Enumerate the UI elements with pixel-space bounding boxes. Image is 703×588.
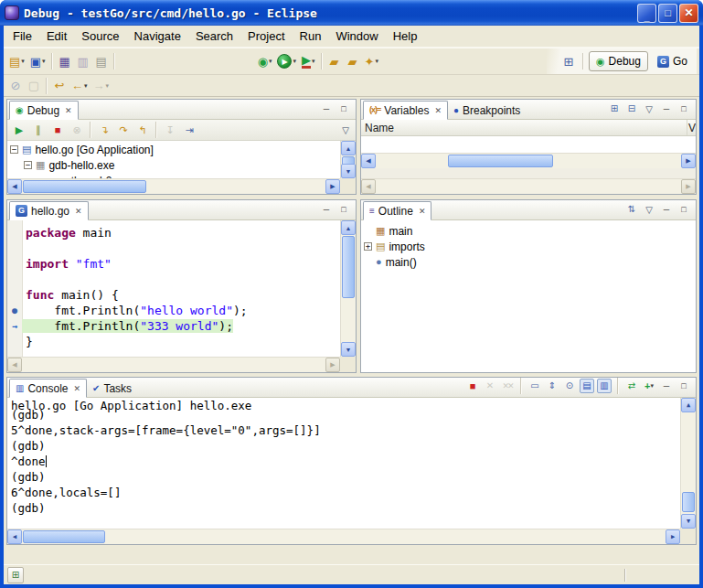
step-into-button[interactable]: ↴: [95, 120, 113, 140]
new-menu-button[interactable]: ▣▾: [27, 51, 48, 71]
step-filters-button[interactable]: ⇥: [180, 120, 198, 140]
search-button[interactable]: ✦▾: [362, 51, 381, 71]
scrollbar-thumb[interactable]: [448, 155, 553, 167]
resume-button[interactable]: ▶: [10, 120, 28, 140]
close-window-button[interactable]: ✕: [679, 4, 698, 23]
view-menu-button[interactable]: ▽: [642, 102, 656, 116]
scroll-right-icon[interactable]: ▶: [681, 154, 696, 168]
maximize-view-button[interactable]: □: [676, 102, 691, 116]
maximize-view-button[interactable]: □: [336, 102, 351, 116]
tab-outline[interactable]: ≡ Outline ✕: [363, 201, 431, 220]
tab-variables[interactable]: (x)= Variables ✕: [363, 101, 448, 120]
editor-horizontal-scrollbar[interactable]: ◀ ▶: [7, 357, 340, 372]
sort-button[interactable]: ⇅: [624, 202, 639, 217]
tree-item-main[interactable]: ●main(): [361, 254, 696, 270]
tree-item-hello-go-go-application[interactable]: −▤hello.go [Go Application]: [7, 142, 340, 157]
view-menu-button[interactable]: ▽: [338, 123, 353, 137]
close-tab-icon[interactable]: ✕: [73, 384, 80, 393]
tree-item-gdb-hello-exe[interactable]: −▦gdb-hello.exe: [7, 157, 340, 173]
save-button[interactable]: ▦: [56, 51, 74, 71]
scroll-lock-button[interactable]: ⇕: [545, 379, 559, 393]
console-horizontal-scrollbar[interactable]: ◀ ▶: [7, 529, 680, 544]
tab-hello-go[interactable]: G hello.go ✕: [9, 201, 89, 220]
menu-window[interactable]: Window: [328, 27, 385, 46]
instruction-pointer-icon[interactable]: →: [7, 322, 22, 331]
tree-item-imports[interactable]: +▤imports: [361, 239, 696, 254]
maximize-view-button[interactable]: □: [676, 379, 691, 393]
menu-source[interactable]: Source: [74, 27, 126, 46]
menu-search[interactable]: Search: [188, 27, 240, 46]
code-line[interactable]: package main: [7, 225, 340, 241]
close-tab-icon[interactable]: ✕: [419, 207, 426, 216]
minimize-view-button[interactable]: ─: [659, 379, 674, 393]
external-tools-button[interactable]: ▶▾: [299, 51, 318, 71]
display-selected-console-button[interactable]: ⇄: [624, 379, 639, 393]
menu-navigate[interactable]: Navigate: [127, 27, 188, 46]
console-body[interactable]: hello.go [Go Application] hello.exe (gdb…: [7, 398, 696, 544]
close-tab-icon[interactable]: ✕: [75, 207, 82, 216]
code-line[interactable]: func main() {: [7, 287, 340, 303]
detail-horizontal-scrollbar[interactable]: ◀ ▶: [361, 178, 696, 194]
scroll-right-icon[interactable]: ▶: [325, 179, 340, 194]
menu-project[interactable]: Project: [240, 27, 292, 46]
scroll-up-icon[interactable]: ▲: [341, 141, 356, 155]
scroll-down-icon[interactable]: ▼: [341, 342, 356, 357]
pin-console-button[interactable]: ⊙: [562, 379, 577, 393]
debug-vertical-scrollbar[interactable]: ▲ ▼: [340, 141, 356, 178]
scroll-left-icon[interactable]: ◀: [7, 529, 22, 544]
titlebar[interactable]: Debug - testGo/src/cmd/hello.go - Eclips…: [0, 0, 703, 26]
show-on-stdout-button[interactable]: ▤: [580, 379, 594, 393]
breakpoint-icon[interactable]: ●: [7, 306, 22, 315]
drop-to-frame-button[interactable]: ↧: [161, 120, 179, 140]
minimize-window-button[interactable]: _: [637, 4, 656, 23]
expander-icon[interactable]: +: [364, 242, 372, 251]
save-all-button[interactable]: ▥: [74, 51, 92, 71]
variables-horizontal-scrollbar[interactable]: ◀ ▶: [361, 153, 696, 168]
tree-item-main[interactable]: ▦main: [361, 223, 696, 239]
show-type-names-button[interactable]: ⊞: [607, 102, 622, 116]
open-perspective-button[interactable]: ⊞: [559, 51, 578, 71]
maximize-window-button[interactable]: □: [658, 4, 677, 23]
menu-file[interactable]: File: [5, 27, 39, 46]
terminate-button[interactable]: ■: [48, 120, 67, 140]
code-line[interactable]: ● fmt.Println("hello world");: [7, 303, 340, 318]
last-edit-location-button[interactable]: ↩: [50, 76, 69, 96]
run-button[interactable]: ▶▾: [274, 51, 299, 71]
minimize-view-button[interactable]: ─: [659, 202, 674, 217]
clear-console-button[interactable]: ▭: [527, 379, 542, 393]
code-line[interactable]: import "fmt": [7, 256, 340, 272]
open-artifact-button[interactable]: ▰: [344, 51, 362, 71]
scrollbar-thumb[interactable]: [682, 492, 695, 512]
scroll-left-icon[interactable]: ◀: [7, 179, 22, 194]
console-text[interactable]: hello.go [Go Application] hello.exe (gdb…: [7, 398, 680, 529]
back-button[interactable]: ←▾: [69, 76, 91, 96]
disconnect-button[interactable]: ⊗: [68, 120, 86, 140]
scroll-up-icon[interactable]: ▲: [341, 220, 356, 235]
terminate-console-button[interactable]: ■: [465, 379, 480, 393]
minimize-view-button[interactable]: ─: [659, 102, 674, 116]
scroll-down-icon[interactable]: ▼: [341, 164, 356, 178]
scrollbar-thumb[interactable]: [23, 530, 105, 543]
forward-button[interactable]: →▾: [91, 76, 112, 96]
maximize-view-button[interactable]: □: [336, 202, 351, 217]
code-line[interactable]: [7, 241, 340, 256]
perspective-debug[interactable]: ◉Debug: [589, 51, 648, 71]
fast-view-button[interactable]: ⊞: [7, 567, 24, 583]
expander-icon[interactable]: −: [10, 145, 18, 154]
perspective-go[interactable]: GGo: [650, 51, 695, 71]
step-over-button[interactable]: ↷: [114, 120, 133, 140]
step-return-button[interactable]: ↰: [133, 120, 152, 140]
collapse-all-button[interactable]: ⊟: [624, 102, 639, 116]
scroll-right-icon[interactable]: ▶: [666, 529, 680, 544]
scroll-down-icon[interactable]: ▼: [681, 514, 696, 529]
show-on-stderr-button[interactable]: ▥: [597, 379, 612, 393]
debug-horizontal-scrollbar[interactable]: ◀ ▶: [7, 178, 340, 194]
tab-debug-view[interactable]: ◉ Debug ✕: [9, 101, 79, 120]
minimize-view-button[interactable]: ─: [319, 102, 334, 116]
editor-code[interactable]: package main import "fmt" func main() {●…: [7, 220, 340, 357]
tab-tasks[interactable]: ✔ Tasks: [87, 379, 137, 398]
menu-edit[interactable]: Edit: [39, 27, 74, 46]
open-resource-button[interactable]: ▰: [325, 51, 344, 71]
minimize-view-button[interactable]: ─: [319, 202, 334, 217]
skip-breakpoints-button[interactable]: ⊘: [6, 76, 25, 96]
